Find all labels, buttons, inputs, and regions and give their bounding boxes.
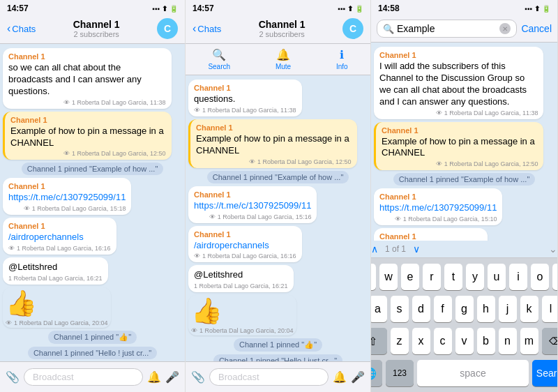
broadcast-input-2[interactable]: Broadcast [209,368,329,386]
messages-area-2: Channel 1 questions. 👁 1 Roberta Dal Lag… [186,75,370,361]
bell-icon-2[interactable]: 🔔 [333,370,347,384]
bell-icon-1[interactable]: 🔔 [147,370,161,384]
p3-message-2: Channel 1 Example of how to pin a messag… [374,122,543,171]
key-n[interactable]: n [499,328,517,354]
back-button-2[interactable]: ‹ Chats [193,23,221,34]
key-u[interactable]: u [488,264,506,290]
key-num[interactable]: 123 [386,360,414,386]
msg-meta-2: 👁 1 Roberta Dal Lago Garcia, 12:50 [10,150,166,157]
channel-title-2: Channel 1 [221,19,342,30]
message-4: Channel 1 https://t.me/c/1307925099/11 👁… [3,178,131,215]
attach-icon-2[interactable]: 📎 [191,370,205,384]
channel-title-1: Channel 1 [36,19,157,30]
msg-link-4[interactable]: https://t.me/c/1307925099/11 [8,192,126,204]
p3-msg-channel-2: Channel 1 [382,126,538,135]
expand-icon[interactable]: ⌄ [549,243,557,255]
search-icon-3: 🔍 [383,24,394,34]
mic-icon-2[interactable]: 🎤 [351,370,365,384]
avatar-1[interactable]: C [157,18,178,39]
time-1: 14:57 [7,3,29,13]
toolbar-mute[interactable]: 🔔 Mute [276,48,291,70]
key-search[interactable]: Search [532,360,558,386]
search-input-3[interactable]: Example [397,23,497,34]
p2-msg-meta-1: 👁 1 Roberta Dal Lago Garcia, 11:38 [194,107,296,114]
p2-msg-text-1: questions. [194,93,296,105]
channel-sub-2: 2 subscribers [221,30,342,38]
attach-icon-1[interactable]: 📎 [6,370,20,384]
key-q[interactable]: q [371,264,376,290]
key-a[interactable]: a [371,296,387,322]
msg-meta-6: 1 Roberta Dal Lago Garcia, 16:21 [8,275,103,282]
key-k[interactable]: k [520,296,538,322]
key-e[interactable]: e [401,264,419,290]
search-nav-3: ∧ 1 of 1 ∨ ⌄ [371,241,557,258]
mic-icon-1[interactable]: 🎤 [165,370,179,384]
key-b[interactable]: b [477,328,495,354]
key-i[interactable]: i [509,264,527,290]
eye-icon-2: 👁 [63,150,70,157]
search-box-3[interactable]: 🔍 Example ✕ [377,20,517,38]
key-space[interactable]: space [417,360,529,386]
panel-2: 14:57 ▪▪▪⬆🔋 ‹ Chats Channel 1 2 subscrib… [186,0,371,392]
p2-sys-pin-2: Channel 1 pinned "👍" [234,338,322,352]
toolbar-info[interactable]: ℹ Info [336,48,348,70]
p2-msg-text-6: @Letitshred [194,269,288,281]
channel-sub-1: 2 subscribers [36,30,157,38]
key-shift[interactable]: ⇧ [371,328,387,354]
signal-icons-2: ▪▪▪⬆🔋 [338,5,363,13]
back-label-1: Chats [12,24,36,34]
chat-header-1: ‹ Chats Channel 1 2 subscribers C [0,15,185,44]
msg-channel-1: Channel 1 [8,52,166,61]
msg-channel-4: Channel 1 [8,182,126,190]
key-f[interactable]: f [434,296,452,322]
key-s[interactable]: s [391,296,409,322]
key-t[interactable]: t [444,264,462,290]
broadcast-input-1[interactable]: Broadcast [24,368,143,386]
emoji-7: 👍 [6,289,108,318]
eye-icon-4: 👁 [24,205,30,212]
key-j[interactable]: j [499,296,517,322]
toolbar-search[interactable]: 🔍 Search [208,48,230,70]
nav-down-arrow[interactable]: ∨ [413,243,420,255]
key-l[interactable]: l [542,296,559,322]
kb-row-2: a s d f g h j k l [374,296,555,322]
msg-text-2: Example of how to pin a message in a CHA… [10,126,166,149]
key-r[interactable]: r [423,264,441,290]
p2-message-2: Channel 1 Example of how to pin a messag… [188,119,357,168]
sys-pin-1: Channel 1 pinned "Example of how ..." [22,163,164,175]
back-button-1[interactable]: ‹ Chats [7,23,36,34]
key-globe[interactable]: 🌐 [371,360,382,386]
key-o[interactable]: o [531,264,549,290]
msg-channel-5: Channel 1 [8,222,111,230]
avatar-2[interactable]: C [342,18,363,39]
eye-icon-7: 👁 [6,319,12,326]
chat-header-2: ‹ Chats Channel 1 2 subscribers C [186,15,370,44]
key-m[interactable]: m [520,328,538,354]
p2-msg-link-4[interactable]: https://t.me/c/1307925099/11 [194,200,311,212]
p3-msg-link-4[interactable]: https://t.me/c/1307925099/11 [379,202,497,214]
key-x[interactable]: x [412,328,430,354]
key-y[interactable]: y [466,264,484,290]
signal-icons-1: ▪▪▪⬆🔋 [152,5,178,13]
key-z[interactable]: z [391,328,409,354]
search-clear-3[interactable]: ✕ [499,23,511,34]
key-d[interactable]: d [412,296,430,322]
key-delete[interactable]: ⌫ [542,328,559,354]
key-g[interactable]: g [455,296,474,322]
key-v[interactable]: v [455,328,474,354]
keyboard-3: q w e r t y u i o p a s d f g h j k l ⇧ … [371,258,557,392]
msg-meta-5: 👁 1 Roberta Dal Lago Garcia, 16:16 [8,245,111,252]
mute-toolbar-icon: 🔔 [276,48,290,61]
key-h[interactable]: h [477,296,495,322]
key-p[interactable]: p [552,264,558,290]
cancel-button-3[interactable]: Cancel [521,23,552,34]
search-toolbar-icon: 🔍 [212,48,226,61]
nav-up-arrow[interactable]: ∧ [371,243,378,255]
p2-msg-meta-5: 👁 1 Roberta Dal Lago Garcia, 16:16 [194,252,296,259]
key-c[interactable]: c [434,328,452,354]
key-w[interactable]: w [379,264,398,290]
messages-area-1: Channel 1 so we can all chat about the b… [0,44,185,361]
sys-pin-2: Channel 1 pinned "👍" [48,331,137,344]
status-bar-2: 14:57 ▪▪▪⬆🔋 [186,0,370,15]
time-3: 14:58 [378,3,400,13]
